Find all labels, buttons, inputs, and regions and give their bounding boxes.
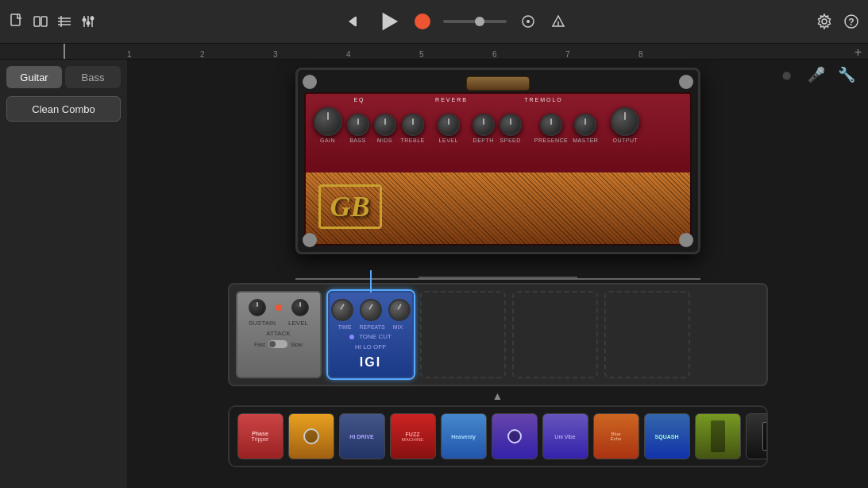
svg-rect-1 [34,17,40,26]
svg-rect-14 [355,17,357,26]
compressor-knobs [249,299,309,316]
ruler-mark-4: 4 [346,50,419,59]
attack-switch-row: Fast Slow [254,340,303,348]
amp-logo: GB [318,184,382,229]
ruler-mark-8: 8 [638,50,712,59]
attack-switch[interactable] [268,340,287,348]
amp-head-container: EQ REVERB TREMOLO GAIN [295,68,700,254]
dot-icon: ⬤ [777,66,795,83]
knob-treble[interactable]: TREBLE [401,114,425,143]
new-file-icon[interactable] [8,13,25,30]
pedal-picker: Phase Tripper HI DRIVE [228,405,768,467]
mixer-icon[interactable] [79,13,97,30]
knob-speed[interactable]: SPEED [500,114,522,143]
eq-label: EQ [314,97,406,103]
knob-mids[interactable]: MIDS [374,114,396,143]
picker-pedal-purple[interactable] [492,413,538,459]
preset-selector[interactable]: Clean Combo [6,96,121,122]
microphone-icon[interactable]: 🎤 [808,66,825,83]
cycle-icon[interactable] [519,13,537,30]
add-track-button[interactable]: + [854,45,862,60]
amp-head: EQ REVERB TREMOLO GAIN [295,68,700,254]
pedal-delay[interactable]: Time Repeats Mix TONE CUT HI LO OFF IGI [328,291,414,378]
svg-point-20 [822,19,827,24]
ruler-mark-5: 5 [419,50,492,59]
tab-guitar[interactable]: Guitar [6,66,62,88]
picker-pedal-2[interactable] [288,413,334,459]
timeline-ruler: 1 2 3 4 5 6 7 8 + [0,44,868,60]
amp-corner-tl [303,75,317,89]
knob-depth[interactable]: DEPTH [473,114,495,143]
svg-text:?: ? [848,17,854,28]
pedal-empty-slot-1[interactable] [420,291,506,378]
ruler-mark-1: 1 [127,50,200,59]
picker-pedal-hi-drive[interactable]: HI DRIVE [339,413,385,459]
picker-pedal-squash[interactable]: SQUASH [644,413,690,459]
knob-master[interactable]: MASTER [573,114,598,143]
svg-point-17 [527,20,530,23]
svg-point-10 [83,18,87,22]
ruler-mark-7: 7 [565,50,638,59]
picker-pedal-heavenly[interactable]: Heavenly [441,413,487,459]
knob-output[interactable]: OUTPUT [611,107,639,143]
split-view-icon[interactable] [32,13,49,30]
picker-pedal-cabinet[interactable] [746,413,768,459]
main-area: Guitar Bass Clean Combo ⬤ 🎤 🔧 EQ [0,60,868,488]
compressor-sustain-knob[interactable] [249,299,266,316]
delay-name: IGI [360,355,381,370]
pedal-empty-slot-2[interactable] [512,291,598,378]
tremolo-label: TREMOLO [498,97,590,103]
knob-bass[interactable]: BASS [347,114,369,143]
knob-gain[interactable]: GAIN [314,107,342,143]
amp-knobs-row: GAIN BASS MIDS TREBLE [306,103,690,148]
ruler-mark-3: 3 [273,50,346,59]
tracks-icon[interactable] [56,13,73,30]
picker-pedal-fuzz[interactable]: FUZZ MACHINE [390,413,436,459]
svg-marker-13 [349,17,355,26]
knob-level[interactable]: LEVEL [438,114,460,143]
picker-pedal-uni-vibe[interactable]: Uni Vibe [542,413,588,459]
delay-repeats-knob[interactable] [360,299,382,321]
knob-presence[interactable]: PRESENCE [534,114,569,143]
pedalboard: SUSTAIN LEVEL ATTACK Fast Slow [228,283,768,386]
amp-pedal-area: ⬤ 🎤 🔧 EQ REVERB TREMOLO [127,60,868,488]
ruler-mark-6: 6 [492,50,565,59]
amp-handle [466,76,530,91]
instrument-sidebar: Guitar Bass Clean Combo [0,60,127,488]
picker-pedal-10[interactable] [695,413,741,459]
delay-mix-knob[interactable] [388,299,411,321]
tuner-icon[interactable] [550,13,567,30]
amp-corner-bl [303,233,317,247]
rewind-button[interactable] [346,13,364,30]
svg-rect-2 [41,17,47,26]
reverb-label: REVERB [406,97,498,103]
help-icon[interactable]: ? [843,13,860,30]
record-button[interactable] [415,14,430,29]
delay-tone-led [349,335,354,339]
ruler-mark-2: 2 [200,50,273,59]
compressor-level-knob[interactable] [291,299,309,316]
amp-corner-br [679,233,693,247]
settings-icon[interactable] [816,13,833,30]
compressor-labels: SUSTAIN LEVEL [249,320,308,327]
delay-knobs [331,299,411,321]
scroll-up-indicator[interactable]: ▲ [492,389,503,402]
delay-time-knob[interactable] [331,299,353,321]
delay-knob-labels: Time Repeats Mix [338,324,403,330]
pedal-empty-slot-3[interactable] [604,291,690,378]
amp-connection-area [295,254,700,278]
tab-bass[interactable]: Bass [65,66,121,88]
amp-top-icons: ⬤ 🎤 🔧 [777,66,855,83]
main-toolbar: ? [0,0,868,44]
picker-pedal-blue-echo[interactable]: BlueEcho [593,413,639,459]
compressor-led [276,304,282,311]
attack-label: ATTACK [266,330,290,337]
wrench-icon[interactable]: 🔧 [838,66,855,83]
picker-pedal-phase-tripper[interactable]: Phase Tripper [237,413,284,459]
volume-slider[interactable] [443,20,507,23]
svg-point-12 [91,17,95,21]
pedal-compressor[interactable]: SUSTAIN LEVEL ATTACK Fast Slow [236,291,322,378]
play-button[interactable] [376,9,402,34]
amp-corner-tr [679,75,693,89]
delay-tone-row: TONE CUT [349,333,392,340]
